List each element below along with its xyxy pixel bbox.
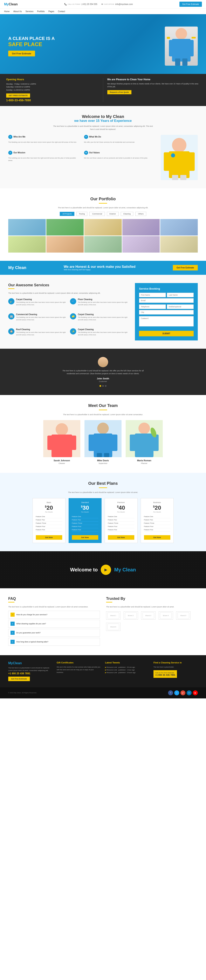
faq-item-1[interactable]: − How do you charge for your services? — [8, 611, 100, 619]
banner-cta-button[interactable]: Get Free Estimate — [173, 265, 198, 270]
nav-contact[interactable]: Contact — [58, 10, 65, 13]
dot-1[interactable] — [99, 385, 101, 387]
footer-cta-button[interactable]: Get Free Estimate — [8, 676, 30, 681]
portfolio-item[interactable]: 🔍 — [8, 236, 46, 253]
our-mission: ♦ Our Mission The building can be and of… — [8, 151, 81, 166]
member-role-3: Planner — [141, 462, 147, 465]
phone-icon: 📞 — [64, 3, 67, 5]
svg-point-15 — [171, 153, 175, 158]
faq-item-2[interactable]: + What cleaning supplies do you use? — [8, 620, 100, 628]
comment-input[interactable] — [139, 316, 194, 326]
portfolio-tabs: All Projects Paving Commercial Exterior … — [8, 212, 198, 216]
tab-cleaning[interactable]: Cleaning — [121, 212, 134, 216]
portfolio-item[interactable]: 🔍 — [8, 219, 46, 235]
twitter-icon[interactable]: t — [174, 690, 179, 695]
booking-submit-button[interactable]: SUBMIT — [139, 331, 194, 336]
member-role-2: Supervisor — [99, 462, 107, 465]
service-roof-cleaning: 🏠 Roof Cleaning The Building can be and … — [8, 328, 67, 340]
price-btn-standard[interactable]: Get Now — [72, 535, 98, 540]
svg-rect-14 — [180, 175, 187, 180]
team-title: Meet Our Team — [8, 403, 198, 408]
faq-section: FAQ The text here is a placeholder is an… — [8, 597, 100, 647]
opening-divider — [103, 78, 103, 102]
tab-exterior[interactable]: Exterior — [107, 212, 119, 216]
member-image-2 — [85, 420, 121, 457]
price-features: Feature One Feature Two Feature Three Fe… — [144, 515, 170, 531]
svg-rect-26 — [97, 453, 102, 457]
portfolio-item[interactable]: 🔍 — [84, 236, 122, 253]
header-contact: 📞 CALL US TODAY (+01) 20 354 555 ✉ OUR O… — [64, 3, 133, 5]
portfolio-item[interactable]: 🔍 — [122, 219, 160, 235]
dot-3[interactable] — [105, 385, 107, 387]
portfolio-item[interactable]: 🔍 — [46, 236, 84, 253]
dot-2[interactable] — [102, 385, 104, 387]
googleplus-icon[interactable]: g+ — [180, 690, 185, 695]
youtube-icon[interactable]: ▶ — [193, 690, 198, 695]
services-title-underline — [8, 288, 14, 289]
facebook-icon[interactable]: f — [168, 690, 173, 695]
what-icon: ✦ — [84, 135, 88, 139]
portfolio-item[interactable]: 🔍 — [46, 219, 84, 235]
team-member-1: Sarah Johnson Cleaner — [43, 420, 80, 465]
header-cta-button[interactable]: Get Free Estimate — [179, 2, 202, 7]
portfolio-description: The text here is a placeholder and shoul… — [51, 207, 155, 209]
city-input[interactable] — [139, 310, 194, 315]
team-grid: Sarah Johnson Cleaner Mike Davis — [8, 420, 198, 465]
avatar-image — [98, 357, 108, 367]
linkedin-icon[interactable]: in — [187, 690, 192, 695]
trusted-section: Trusted By The text here is a placeholde… — [106, 597, 198, 647]
price-amount: $20 — [36, 504, 62, 511]
portfolio-item[interactable]: 🔍 — [160, 236, 198, 253]
svg-text:Brand 3: Brand 3 — [145, 615, 152, 616]
service-booking-form: Service Booking SUBMIT — [135, 283, 198, 340]
nav-links: Home About Us Services Portfolio Pages C… — [4, 10, 65, 13]
svg-text:Brand 2: Brand 2 — [128, 615, 134, 616]
price-btn-business[interactable]: Get Now — [144, 535, 170, 540]
faq-question-2[interactable]: + What cleaning supplies do you use? — [8, 620, 100, 627]
price-btn-basic[interactable]: Get Now — [36, 535, 62, 540]
portfolio-item[interactable]: 🔍 — [160, 219, 198, 235]
tab-others[interactable]: Others — [135, 212, 146, 216]
faq-item-3[interactable]: + Do you guarantee your work? — [8, 629, 100, 637]
who-icon: ● — [8, 135, 12, 139]
hero-cta-button[interactable]: Get Free Estimate — [8, 51, 35, 56]
email-input[interactable] — [139, 298, 194, 303]
footer-bottom: © 2016 My Clean. All Rights Reserved. f … — [0, 687, 206, 698]
price-card-standard: Standard $30 Per Month Feature One Featu… — [69, 498, 102, 543]
tab-commercial[interactable]: Commercial — [89, 212, 105, 216]
navigation: Home About Us Services Portfolio Pages C… — [0, 9, 206, 14]
trusted-logo-6: Brand 6 — [106, 623, 120, 631]
values-icon: ★ — [84, 151, 88, 155]
video-play-button[interactable]: ▶ — [101, 565, 111, 575]
svg-point-29 — [139, 423, 150, 434]
portfolio-item[interactable]: 🔍 — [122, 236, 160, 253]
nav-about[interactable]: About Us — [13, 10, 22, 13]
quote-button[interactable]: Request a Free Quote — [107, 90, 131, 94]
faq-item-4[interactable]: + How long does a typical cleaning take? — [8, 638, 100, 646]
tab-paving[interactable]: Paving — [77, 212, 88, 216]
portfolio-item[interactable]: 🔍 — [84, 219, 122, 235]
nav-portfolio[interactable]: Portfolio — [37, 10, 45, 13]
firstname-input[interactable] — [139, 293, 166, 297]
telephone-input[interactable] — [139, 304, 166, 309]
nav-home[interactable]: Home — [4, 10, 10, 13]
footer-copyright: © 2016 My Clean. All Rights Reserved. — [8, 692, 37, 694]
price-btn-premium[interactable]: Get Now — [108, 535, 134, 540]
video-section: Welcome to ▶ My Clean — [0, 551, 206, 588]
nav-services[interactable]: Services — [26, 10, 34, 13]
svg-rect-31 — [130, 434, 136, 451]
svg-rect-27 — [104, 453, 109, 457]
faq-question-3[interactable]: + Do you guarantee your work? — [8, 629, 100, 636]
lastname-input[interactable] — [167, 293, 194, 297]
faq-question-4[interactable]: + How long does a typical cleaning take? — [8, 638, 100, 646]
service-carpet-cleaning-3: ✨ Carpet Cleaning The Building can be an… — [70, 328, 129, 340]
nav-pages[interactable]: Pages — [48, 10, 54, 13]
tab-all[interactable]: All Projects — [60, 212, 74, 216]
welcome-title: Welcome to My Clean we have over 15 Year… — [8, 114, 198, 123]
mobile-input[interactable] — [167, 304, 194, 309]
faq-question-1[interactable]: − How do you charge for your services? — [8, 611, 100, 618]
trusted-underline — [106, 602, 112, 603]
hero-section: A CLEAN PLACE IS A SAFE PLACE Get Free E… — [0, 14, 206, 74]
free-estimate-button[interactable]: GET FREE ESTIMATE — [6, 94, 30, 97]
service-floor-cleaning: 🪣 Floor Cleaning The Building can be and… — [70, 298, 129, 310]
